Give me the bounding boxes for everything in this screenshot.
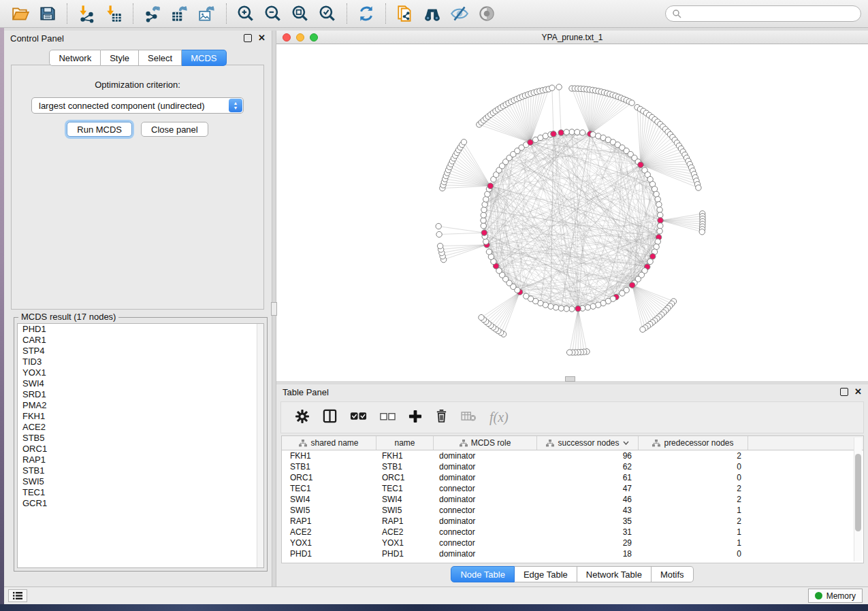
zoom-out-icon[interactable] <box>259 2 287 25</box>
column-header-shared-name[interactable]: shared name <box>282 436 376 450</box>
mcds-result-node[interactable]: ACE2 <box>18 422 263 433</box>
export-network-icon[interactable] <box>139 2 166 25</box>
mcds-node[interactable] <box>658 218 663 223</box>
float-panel-icon[interactable] <box>244 34 252 42</box>
zoom-fit-icon[interactable] <box>287 2 314 25</box>
network-node[interactable] <box>566 350 572 355</box>
tab-motifs[interactable]: Motifs <box>652 566 694 582</box>
mcds-node[interactable] <box>487 183 493 188</box>
mcds-result-node[interactable]: STB1 <box>18 465 263 476</box>
network-node[interactable] <box>481 207 487 212</box>
network-node[interactable] <box>590 303 596 309</box>
column-icon[interactable] <box>323 409 337 426</box>
tab-network[interactable]: Network <box>49 50 101 66</box>
column-header-name[interactable]: name <box>376 436 434 450</box>
table-scrollbar-thumb[interactable] <box>855 454 861 531</box>
network-node[interactable] <box>620 291 625 296</box>
close-panel-icon[interactable]: ✕ <box>854 389 862 395</box>
mcds-result-node[interactable]: TID3 <box>18 357 263 367</box>
mcds-node[interactable] <box>638 162 643 167</box>
network-canvas[interactable] <box>276 44 868 382</box>
mcds-result-node[interactable]: SWI4 <box>18 378 263 389</box>
network-node[interactable] <box>640 327 645 332</box>
import-table-icon[interactable] <box>100 2 127 25</box>
table-row[interactable]: TEC1TEC1connector472 <box>282 483 863 494</box>
open-folder-icon[interactable] <box>7 2 34 25</box>
result-scrollbar[interactable] <box>257 324 263 567</box>
network-node[interactable] <box>553 305 558 310</box>
clone-network-icon[interactable] <box>391 2 419 25</box>
horizontal-divider-grip[interactable] <box>565 376 575 382</box>
task-list-button[interactable] <box>8 589 27 602</box>
network-node[interactable] <box>699 229 705 235</box>
mcds-result-node[interactable]: YOX1 <box>18 367 263 378</box>
table-row[interactable]: PHD1PHD1dominator180 <box>282 548 863 559</box>
mcds-result-node[interactable]: CAR1 <box>18 335 263 346</box>
mcds-result-node[interactable]: RAP1 <box>18 455 263 465</box>
optimization-select[interactable]: largest connected component (undirected)… <box>31 97 244 114</box>
network-node[interactable] <box>481 212 486 218</box>
mcds-result-node[interactable]: SWI5 <box>18 476 263 487</box>
network-node[interactable] <box>549 85 555 90</box>
table-row[interactable]: STB1STB1dominator620 <box>282 461 863 472</box>
tab-select[interactable]: Select <box>139 50 182 66</box>
network-node[interactable] <box>461 139 466 145</box>
binoculars-icon[interactable] <box>419 2 446 25</box>
column-header-predecessor-nodes[interactable]: predecessor nodes <box>639 436 748 450</box>
zoom-selected-icon[interactable] <box>314 2 341 25</box>
table-row[interactable]: FKH1FKH1dominator962 <box>282 450 863 461</box>
network-node[interactable] <box>658 212 663 218</box>
network-node[interactable] <box>479 314 484 320</box>
mcds-node[interactable] <box>481 230 487 235</box>
tab-node-table[interactable]: Node Table <box>451 566 515 582</box>
network-node[interactable] <box>437 243 443 248</box>
network-node[interactable] <box>436 223 441 229</box>
network-node[interactable] <box>647 259 653 264</box>
add-icon[interactable] <box>408 410 422 426</box>
mcds-result-node[interactable]: STB5 <box>18 433 263 444</box>
network-node[interactable] <box>564 129 569 135</box>
mcds-result-node[interactable]: PHD1 <box>18 324 263 335</box>
network-node[interactable] <box>656 201 662 207</box>
mcds-result-node[interactable]: PMA2 <box>18 400 263 411</box>
maximize-window-icon[interactable] <box>310 33 318 42</box>
delete-icon[interactable] <box>435 409 448 426</box>
minimize-window-icon[interactable] <box>296 33 304 42</box>
network-node[interactable] <box>524 293 529 299</box>
network-node[interactable] <box>658 223 663 229</box>
tab-mcds[interactable]: MCDS <box>182 50 226 66</box>
table-scrollbar[interactable] <box>854 437 862 561</box>
network-node[interactable] <box>556 84 562 90</box>
mcds-node[interactable] <box>629 282 634 288</box>
gear-icon[interactable] <box>295 409 310 427</box>
export-table-icon[interactable] <box>166 2 193 25</box>
network-node[interactable] <box>569 306 575 312</box>
select-all-icon[interactable] <box>350 411 367 424</box>
network-node[interactable] <box>481 218 486 223</box>
column-header-successor-nodes[interactable]: successor nodes <box>537 436 639 450</box>
network-node[interactable] <box>696 185 701 191</box>
table-row[interactable]: SWI5SWI5connector431 <box>282 505 863 516</box>
network-node[interactable] <box>579 130 585 135</box>
close-window-icon[interactable] <box>283 33 291 42</box>
export-image-icon[interactable] <box>193 2 221 25</box>
network-node[interactable] <box>436 231 442 237</box>
network-node[interactable] <box>585 305 590 310</box>
tab-edge-table[interactable]: Edge Table <box>515 566 577 582</box>
network-node[interactable] <box>481 223 486 229</box>
save-icon[interactable] <box>34 2 61 25</box>
mcds-node[interactable] <box>558 130 564 135</box>
network-node[interactable] <box>564 306 569 312</box>
deselect-all-icon[interactable] <box>380 412 396 424</box>
network-node[interactable] <box>657 228 662 233</box>
table-row[interactable]: ORC1ORC1dominator610 <box>282 472 863 483</box>
network-node[interactable] <box>655 197 660 202</box>
network-window-titlebar[interactable]: YPA_prune.txt_1 <box>276 31 868 44</box>
table-row[interactable]: YOX1YOX1connector291 <box>282 538 863 548</box>
mcds-result-node[interactable]: FKH1 <box>18 411 263 422</box>
mcds-result-node[interactable]: STP4 <box>18 346 263 357</box>
mcds-result-node[interactable]: ORC1 <box>18 444 263 455</box>
table-row[interactable]: ACE2ACE2connector311 <box>282 527 863 538</box>
mcds-node[interactable] <box>575 306 581 311</box>
tab-network-table[interactable]: Network Table <box>577 566 652 582</box>
